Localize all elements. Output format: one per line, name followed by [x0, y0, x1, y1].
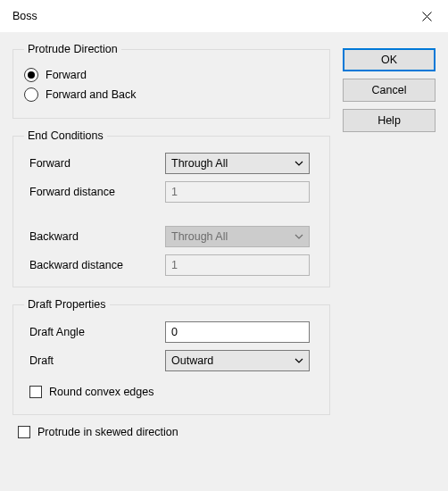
protrude-skewed-checkbox[interactable] — [18, 426, 30, 438]
ok-button[interactable]: OK — [343, 48, 436, 71]
radio-forward[interactable] — [24, 68, 38, 82]
round-convex-row[interactable]: Round convex edges — [29, 386, 319, 398]
forward-distance-input: 1 — [165, 181, 310, 203]
radio-forward-and-back-label: Forward and Back — [46, 88, 136, 101]
radio-forward-and-back[interactable] — [24, 87, 38, 102]
radio-forward-label: Forward — [46, 69, 87, 81]
forward-distance-value: 1 — [171, 186, 178, 198]
backward-select-value: Through All — [171, 230, 228, 243]
chevron-down-icon — [295, 159, 303, 168]
end-conditions-legend: End Conditions — [24, 129, 107, 142]
help-button-label: Help — [377, 114, 401, 127]
backward-label: Backward — [24, 230, 158, 243]
protrude-skewed-row[interactable]: Protrude in skewed direction — [18, 426, 330, 438]
end-conditions-group: End Conditions Forward Through All Forwa… — [12, 129, 330, 287]
round-convex-label: Round convex edges — [49, 386, 153, 398]
backward-select: Through All — [165, 226, 310, 247]
close-icon — [422, 12, 432, 21]
chevron-down-icon — [295, 356, 303, 365]
forward-select-value: Through All — [171, 157, 228, 170]
draft-angle-value: 0 — [171, 326, 178, 338]
protrude-skewed-label: Protrude in skewed direction — [37, 426, 178, 438]
radio-forward-row[interactable]: Forward — [24, 68, 319, 82]
forward-distance-label: Forward distance — [24, 186, 158, 198]
dialog-buttons: OK Cancel Help — [343, 43, 436, 444]
protrude-direction-legend: Protrude Direction — [24, 43, 121, 55]
forward-label: Forward — [24, 157, 158, 170]
chevron-down-icon — [295, 232, 303, 241]
draft-properties-group: Draft Properties Draft Angle 0 Draft Out… — [12, 298, 330, 415]
help-button[interactable]: Help — [343, 109, 436, 132]
backward-distance-value: 1 — [171, 259, 178, 271]
forward-select[interactable]: Through All — [165, 153, 310, 174]
radio-forward-and-back-row[interactable]: Forward and Back — [24, 87, 319, 102]
backward-distance-input: 1 — [165, 254, 310, 276]
backward-distance-label: Backward distance — [24, 259, 158, 271]
draft-select[interactable]: Outward — [165, 350, 310, 371]
ok-button-label: OK — [381, 54, 397, 66]
client-area: Protrude Direction Forward Forward and B… — [0, 32, 448, 491]
draft-properties-legend: Draft Properties — [24, 298, 110, 311]
draft-angle-label: Draft Angle — [24, 326, 158, 338]
protrude-direction-group: Protrude Direction Forward Forward and B… — [12, 43, 330, 119]
cancel-button[interactable]: Cancel — [343, 79, 436, 102]
window-title: Boss — [12, 10, 37, 22]
close-button[interactable] — [407, 2, 446, 30]
draft-label: Draft — [24, 354, 158, 367]
cancel-button-label: Cancel — [372, 84, 407, 96]
draft-select-value: Outward — [171, 354, 213, 367]
titlebar: Boss — [0, 0, 448, 32]
round-convex-checkbox[interactable] — [29, 386, 42, 398]
draft-angle-input[interactable]: 0 — [165, 321, 310, 343]
